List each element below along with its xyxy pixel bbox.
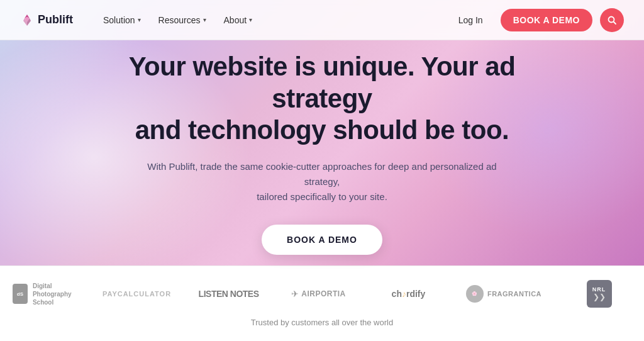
login-button[interactable]: Log In [448, 10, 493, 30]
logo-airportia: ✈ AIRPORTIA [274, 289, 364, 299]
hero-subtitle: With Publift, trade the same cookie-cutt… [146, 159, 498, 204]
trusted-text: Trusted by customers all over the world [251, 318, 393, 327]
logos-bar: dS Digital PhotographySchool PAYCALCULAT… [0, 266, 644, 341]
logo-link[interactable]: Publift [20, 13, 73, 27]
chevron-down-icon: ▾ [203, 16, 206, 23]
hero-content: Your website is unique. Your ad strategy… [70, 51, 574, 254]
fragrantica-icon: 🌸 [466, 285, 484, 303]
book-demo-button[interactable]: BOOK A DEMO [501, 9, 592, 31]
nav-links: Solution ▾ Resources ▾ About ▾ [96, 10, 448, 30]
chordify-text: ch♪rdify [392, 289, 426, 299]
logos-row: dS Digital PhotographySchool PAYCALCULAT… [0, 280, 644, 308]
svg-line-1 [614, 21, 616, 24]
fragrantica-text: FRAGRANTICA [487, 290, 541, 298]
nav-resources[interactable]: Resources ▾ [151, 10, 214, 30]
chevron-down-icon: ▾ [138, 16, 141, 23]
search-button[interactable] [600, 8, 624, 32]
logo-paycalculator: PAYCALCULATOR [90, 290, 184, 298]
airportia-text: AIRPORTIA [301, 289, 346, 298]
nav-about[interactable]: About ▾ [216, 10, 260, 30]
chevron-down-icon: ▾ [249, 16, 252, 23]
navbar: Publift Solution ▾ Resources ▾ About ▾ L… [0, 0, 644, 40]
hero-cta-button[interactable]: BOOK A DEMO [262, 225, 382, 255]
plane-icon: ✈ [291, 289, 299, 299]
logo-listennotes: LISTEN NOTES [184, 289, 274, 299]
paycalculator-text: PAYCALCULATOR [103, 290, 171, 298]
nav-solution[interactable]: Solution ▾ [96, 10, 148, 30]
dps-text: Digital PhotographySchool [33, 282, 77, 306]
logo-chordify: ch♪rdify [364, 289, 453, 299]
search-icon [607, 15, 617, 25]
logo-text: Publift [38, 13, 73, 26]
logo-fragrantica: 🌸 FRAGRANTICA [453, 285, 554, 303]
logo-icon [20, 13, 34, 27]
listennotes-text: LISTEN NOTES [199, 289, 259, 299]
dps-badge-icon: dS [13, 284, 28, 304]
nav-right: Log In BOOK A DEMO [448, 8, 624, 32]
logo-nrl: NRL ❯❯ [554, 280, 644, 308]
nrl-badge: NRL ❯❯ [587, 280, 612, 308]
logo-dps: dS Digital PhotographySchool [0, 282, 90, 306]
hero-title: Your website is unique. Your ad strategy… [96, 51, 548, 146]
